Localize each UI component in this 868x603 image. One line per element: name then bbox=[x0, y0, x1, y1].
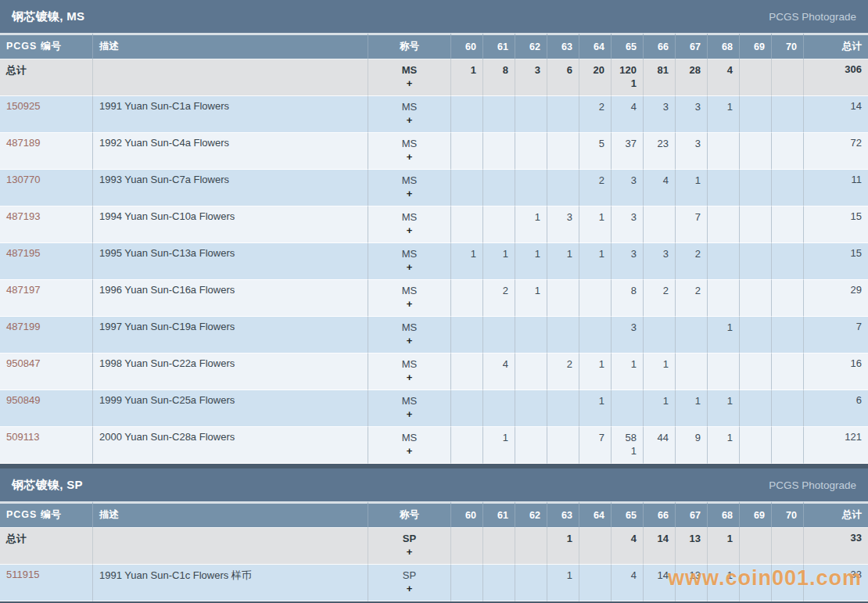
grade-count bbox=[778, 247, 797, 260]
grade-count: 13 bbox=[682, 569, 701, 582]
plus-designation-label: + bbox=[375, 582, 444, 595]
grade-count bbox=[778, 357, 797, 371]
grade-count bbox=[778, 431, 797, 444]
population-table-sp: PCGS 编号描述称号6061626364656667686970总计 总计SP… bbox=[0, 501, 868, 601]
grade-count bbox=[457, 357, 476, 371]
grade-count: 8 bbox=[618, 284, 637, 297]
plus-designation-label: + bbox=[375, 77, 444, 90]
plus-designation-label: + bbox=[375, 260, 444, 274]
grade-count: 1 bbox=[522, 247, 540, 260]
grade-count-cell: 1 bbox=[515, 206, 547, 243]
photograde-link[interactable]: PCGS Photograde bbox=[769, 11, 856, 23]
table-row: 4871931994 Yuan Sun-C10a FlowersMS+ 1313… bbox=[0, 206, 868, 243]
designation-label: MS bbox=[375, 321, 444, 334]
grade-count-cell: 4 bbox=[611, 565, 643, 601]
grade-count-cell bbox=[643, 317, 675, 354]
grade-count: 3 bbox=[618, 321, 637, 334]
grade-count-cell bbox=[739, 427, 771, 464]
designation-label: MS bbox=[375, 63, 444, 77]
pcgs-number-cell: 487193 bbox=[0, 206, 92, 243]
grade-count-cell bbox=[739, 96, 771, 133]
pcgs-number-link[interactable]: 950847 bbox=[6, 357, 40, 369]
designation-cell: MS+ bbox=[368, 96, 450, 133]
grade-count bbox=[457, 137, 476, 150]
column-header-grade-63: 63 bbox=[547, 33, 579, 59]
grade-count: 1 bbox=[522, 284, 540, 297]
grade-count bbox=[490, 532, 508, 545]
grade-count: 3 bbox=[618, 174, 637, 187]
grade-count-cell bbox=[547, 427, 579, 464]
grade-count bbox=[457, 532, 476, 545]
column-header-grade-60: 60 bbox=[450, 501, 482, 528]
plus-count: 1 bbox=[618, 77, 637, 90]
designation-cell: MS+ bbox=[368, 317, 450, 354]
designation-label: MS bbox=[375, 174, 444, 187]
grade-count bbox=[457, 100, 476, 113]
grade-count: 2 bbox=[650, 284, 669, 297]
pcgs-number-link[interactable]: 511915 bbox=[6, 569, 39, 580]
grade-count-cell: 1 bbox=[643, 390, 675, 427]
pcgs-number-link[interactable]: 487189 bbox=[6, 137, 40, 149]
table-header: PCGS 编号描述称号6061626364656667686970总计 bbox=[0, 501, 868, 528]
grade-count-cell: 9 bbox=[675, 427, 707, 464]
grade-count-cell bbox=[515, 565, 547, 601]
grade-count: 3 bbox=[618, 210, 637, 224]
section-sp: 钢芯镀镍, SP PCGS Photograde PCGS 编号描述称号6061… bbox=[0, 468, 868, 603]
pcgs-number-link[interactable]: 487195 bbox=[6, 247, 40, 259]
plus-designation-label: + bbox=[375, 113, 444, 127]
column-header-grade-66: 66 bbox=[643, 33, 675, 59]
grade-count-cell bbox=[707, 170, 739, 206]
grade-count bbox=[746, 174, 765, 187]
row-total-cell: 33 bbox=[803, 565, 868, 601]
grade-count-cell: 1201 bbox=[611, 59, 643, 96]
photograde-link[interactable]: PCGS Photograde bbox=[769, 479, 856, 491]
grade-count: 4 bbox=[618, 100, 637, 113]
grade-count-cell: 3 bbox=[515, 59, 547, 96]
pcgs-number-link[interactable]: 509113 bbox=[6, 431, 39, 443]
grade-count bbox=[618, 394, 637, 407]
grade-count-cell: 1 bbox=[579, 243, 611, 280]
column-header-description: 描述 bbox=[92, 33, 368, 59]
grade-count: 1 bbox=[522, 210, 540, 224]
grade-count-cell: 2 bbox=[579, 96, 611, 133]
grade-count-cell: 1 bbox=[707, 96, 739, 133]
grade-count: 8 bbox=[490, 63, 508, 77]
column-header-pcgs-no: PCGS 编号 bbox=[0, 501, 92, 528]
grade-count-cell bbox=[579, 317, 611, 354]
grade-count-cell: 81 bbox=[643, 59, 675, 96]
grade-count bbox=[522, 394, 540, 407]
pcgs-number-link[interactable]: 150925 bbox=[6, 100, 40, 112]
pcgs-number-link[interactable]: 487193 bbox=[6, 210, 40, 222]
grade-count bbox=[586, 532, 604, 545]
pcgs-number-link[interactable]: 487197 bbox=[6, 284, 40, 296]
grade-count-cell bbox=[739, 390, 771, 427]
grade-count: 1 bbox=[586, 247, 604, 260]
grade-count-cell bbox=[707, 133, 739, 170]
pcgs-number-link[interactable]: 950849 bbox=[6, 394, 40, 406]
pcgs-number-link[interactable]: 130770 bbox=[6, 174, 40, 185]
grade-count-cell bbox=[579, 528, 611, 565]
grade-count-cell: 1 bbox=[547, 243, 579, 280]
totals-description-cell bbox=[92, 528, 368, 565]
grade-count-cell bbox=[482, 170, 515, 206]
column-header-grade-61: 61 bbox=[482, 33, 515, 59]
grade-count bbox=[554, 431, 572, 444]
pcgs-number-cell: 487189 bbox=[0, 133, 92, 170]
grade-count bbox=[457, 284, 476, 297]
designation-cell: MS+ bbox=[368, 243, 450, 280]
pcgs-number-link[interactable]: 487199 bbox=[6, 321, 40, 332]
designation-label: SP bbox=[375, 532, 444, 545]
grade-count bbox=[586, 284, 604, 297]
column-header-grade-66: 66 bbox=[643, 501, 675, 528]
grade-count-cell bbox=[515, 96, 547, 133]
designation-label: MS bbox=[375, 431, 444, 444]
plus-count: 1 bbox=[618, 444, 637, 458]
grade-count-cell: 2 bbox=[547, 354, 579, 390]
grade-count-cell: 3 bbox=[643, 243, 675, 280]
plus-designation-label: + bbox=[375, 444, 444, 458]
grade-count bbox=[778, 321, 797, 334]
grade-count-cell bbox=[771, 317, 803, 354]
grade-count-cell bbox=[611, 390, 643, 427]
grade-count-cell: 14 bbox=[643, 565, 675, 601]
pcgs-number-cell: 509113 bbox=[0, 427, 92, 464]
